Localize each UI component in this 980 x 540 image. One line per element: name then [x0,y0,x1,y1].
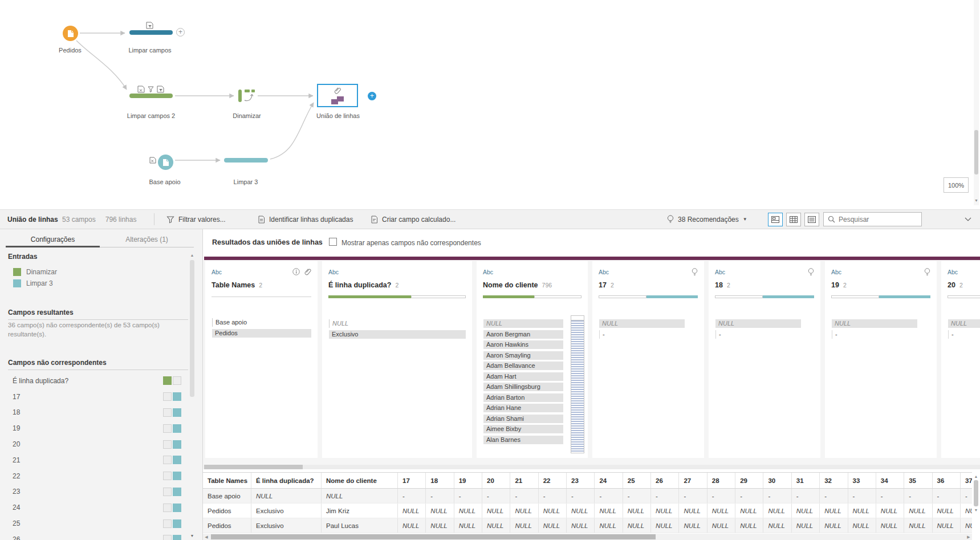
grid-cell[interactable]: Base apoio [203,489,251,503]
value-list-scrollbar[interactable] [571,315,584,453]
view-toggle-list[interactable] [804,213,819,226]
flow-node-base-apoio[interactable] [158,155,173,170]
scrollbar-thumb[interactable] [204,465,303,469]
scrollbar-thumb[interactable] [211,534,656,539]
grid-header-cell[interactable]: 24 [595,473,623,488]
scroll-up-icon[interactable]: ▲ [189,253,195,257]
mismatched-field-row[interactable]: 19 [0,420,203,436]
grid-header-cell[interactable]: 18 [426,473,454,488]
add-step-button[interactable]: + [368,92,376,100]
field-value[interactable]: NULL [329,319,466,328]
grid-header-cell[interactable]: Nome do cliente [322,473,398,488]
grid-cell[interactable]: Exclusivo [251,518,322,533]
cards-horizontal-scrollbar[interactable] [204,465,980,469]
tab-configuracoes[interactable]: Configurações [6,233,100,247]
grid-header-cell[interactable]: 22 [539,473,567,488]
grid-cell[interactable]: NULL [679,504,707,518]
grid-cell[interactable]: NULL [454,518,482,533]
grid-cell[interactable]: NULL [454,504,482,518]
grid-horizontal-scrollbar[interactable]: ◀ ▶ [203,534,972,540]
grid-cell[interactable]: - [623,489,651,503]
field-card[interactable]: Abc202NULL- [941,261,980,458]
field-value[interactable]: Aimee Bixby [483,425,563,433]
lightbulb-icon[interactable] [692,268,698,276]
field-value[interactable]: NULL [715,319,801,328]
field-value[interactable]: Pedidos [212,329,311,338]
lightbulb-icon[interactable] [808,268,814,276]
field-value[interactable]: NULL [832,319,917,328]
grid-header-cell[interactable]: É linha duplicada? [251,473,322,488]
field-value[interactable]: Aaron Smayling [483,351,563,360]
grid-cell[interactable]: NULL [567,518,595,533]
scroll-left-icon[interactable]: ◀ [203,535,210,539]
field-card[interactable]: AbcTable Names2Base apoioPedidos [205,261,318,458]
grid-cell[interactable]: NULL [482,518,510,533]
field-value[interactable]: - [948,330,980,339]
grid-cell[interactable]: NULL [623,504,651,518]
mismatched-field-row[interactable]: 23 [0,484,203,500]
field-card[interactable]: Abc172NULL- [592,261,704,458]
grid-cell[interactable]: - [567,489,595,503]
grid-cell[interactable]: - [735,489,763,503]
scroll-down-icon[interactable]: ▼ [189,534,195,538]
grid-cell[interactable]: NULL [820,518,848,533]
grid-cell[interactable]: NULL [251,489,322,503]
mismatched-field-row[interactable]: 18 [0,405,203,421]
paperclip-icon[interactable] [304,268,311,275]
grid-cell[interactable]: NULL [595,504,623,518]
grid-header-cell[interactable]: Table Names [203,473,251,488]
grid-header-cell[interactable]: 23 [567,473,595,488]
scroll-down-icon[interactable]: ▼ [974,198,979,202]
field-value[interactable]: Adrian Barton [483,393,563,402]
grid-cell[interactable]: NULL [820,504,848,518]
flow-node-dinamizar[interactable] [238,88,256,105]
grid-cell[interactable]: NULL [848,504,876,518]
grid-cell[interactable]: Paul Lucas [322,518,398,533]
grid-header-cell[interactable]: 21 [510,473,538,488]
grid-cell[interactable]: NULL [539,518,567,533]
field-value[interactable]: Adam Bellavance [483,362,563,370]
grid-header-cell[interactable]: 27 [679,473,707,488]
show-only-mismatched-checkbox[interactable] [329,238,337,246]
create-calculated-field-button[interactable]: Criar campo calculado... [371,210,456,229]
grid-cell[interactable]: NULL [707,518,735,533]
grid-cell[interactable]: - [454,489,482,503]
grid-cell[interactable]: Pedidos [203,504,251,518]
grid-cell[interactable]: - [876,489,904,503]
identify-duplicates-button[interactable]: Identificar linhas duplicadas [258,210,353,229]
grid-cell[interactable]: Exclusivo [251,504,322,518]
input-item-dinamizar[interactable]: Dinamizar [13,268,57,276]
grid-cell[interactable]: - [510,489,538,503]
grid-cell[interactable]: NULL [539,504,567,518]
grid-cell[interactable]: - [595,489,623,503]
scrollbar-thumb[interactable] [974,130,978,174]
grid-cell[interactable]: - [398,489,426,503]
grid-cell[interactable]: - [848,489,876,503]
field-card[interactable]: Abc192NULL- [825,261,937,458]
field-value[interactable]: Aaron Bergman [483,330,563,339]
grid-header-cell[interactable]: 34 [876,473,904,488]
field-card[interactable]: Abc182NULL- [709,261,820,458]
grid-cell[interactable]: NULL [961,504,972,518]
input-item-limpar-3[interactable]: Limpar 3 [13,279,53,287]
field-value[interactable]: Base apoio [212,318,311,327]
mismatched-field-row[interactable]: 25 [0,515,203,531]
flow-node-limpar-campos[interactable] [129,30,173,35]
field-card[interactable]: AbcÉ linha duplicada?2NULLExclusivo [322,261,472,458]
grid-header-cell[interactable]: 37 [961,473,972,488]
mismatched-field-row[interactable]: 21 [0,452,203,468]
grid-vertical-scrollbar[interactable]: ▲ ▼ [972,474,980,535]
field-value[interactable]: Adrian Hane [483,404,563,412]
grid-header-cell[interactable]: 26 [651,473,679,488]
view-toggle-cards[interactable] [768,213,783,226]
mismatched-field-row[interactable]: 17 [0,389,203,405]
grid-cell[interactable]: NULL [876,504,904,518]
flow-node-limpar-3[interactable] [224,158,268,163]
grid-cell[interactable]: - [820,489,848,503]
collapse-pane-button[interactable] [965,210,971,229]
grid-header-cell[interactable]: 29 [735,473,763,488]
grid-cell[interactable]: Pedidos [203,518,251,533]
grid-row[interactable]: PedidosExclusivoPaul LucasNULLNULLNULLNU… [203,518,972,533]
grid-cell[interactable]: NULL [398,518,426,533]
grid-cell[interactable]: NULL [792,518,820,533]
